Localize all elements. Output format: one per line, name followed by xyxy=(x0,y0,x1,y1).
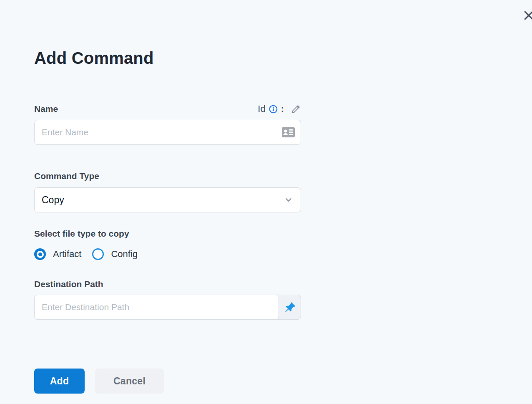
pin-button[interactable] xyxy=(279,295,301,319)
id-label: Id xyxy=(258,104,265,114)
info-icon[interactable] xyxy=(269,105,278,114)
name-label: Name xyxy=(34,104,58,114)
name-input-wrap xyxy=(34,120,301,145)
command-type-value: Copy xyxy=(42,194,64,206)
radio-option-config[interactable]: Config xyxy=(92,248,138,260)
radio-label-artifact[interactable]: Artifact xyxy=(53,249,81,260)
file-type-radio-group: Artifact Config xyxy=(34,248,301,260)
radio-option-artifact[interactable]: Artifact xyxy=(34,248,81,260)
destination-path-label: Destination Path xyxy=(34,279,301,290)
pushpin-icon xyxy=(284,302,296,313)
name-input[interactable] xyxy=(34,120,301,145)
command-type-select[interactable]: Copy xyxy=(34,187,301,212)
edit-pencil-icon[interactable] xyxy=(291,104,301,114)
id-colon: : xyxy=(281,104,284,114)
file-type-label: Select file type to copy xyxy=(34,228,301,239)
radio-selected-icon[interactable] xyxy=(34,248,46,260)
page-title: Add Command xyxy=(34,0,301,68)
destination-input-wrap xyxy=(34,295,301,320)
id-group: Id : xyxy=(258,104,301,114)
actions-row: Add Cancel xyxy=(34,369,301,394)
destination-input[interactable] xyxy=(35,295,279,319)
add-command-panel: Add Command Name Id : xyxy=(34,0,301,394)
contact-card-icon xyxy=(282,127,295,138)
radio-label-config[interactable]: Config xyxy=(111,249,138,260)
chevron-down-icon xyxy=(285,196,292,204)
radio-unselected-icon[interactable] xyxy=(92,248,104,260)
name-label-row: Name Id : xyxy=(34,104,301,114)
command-type-label: Command Type xyxy=(34,171,301,182)
close-icon[interactable] xyxy=(523,10,532,21)
cancel-button[interactable]: Cancel xyxy=(95,369,164,394)
add-button[interactable]: Add xyxy=(34,369,85,394)
